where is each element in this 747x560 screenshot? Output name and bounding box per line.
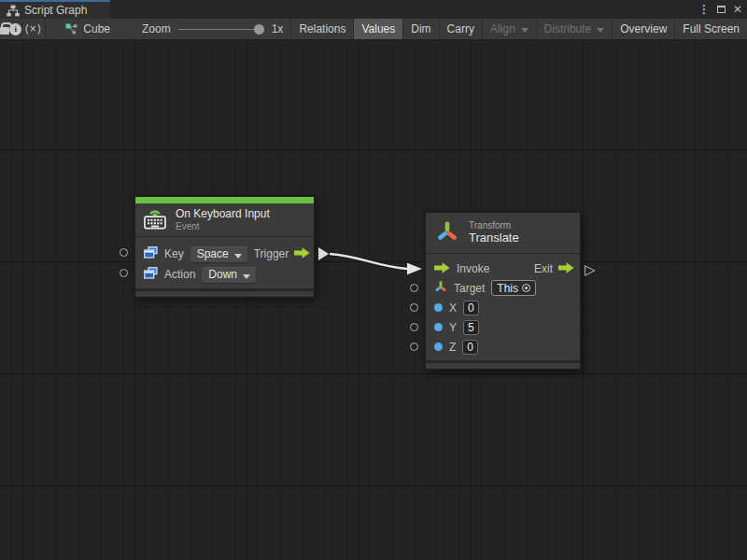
carry-button[interactable]: Carry (439, 19, 482, 39)
x-external-port[interactable] (410, 303, 418, 312)
flow-arrow-icon[interactable] (434, 260, 450, 277)
action-node-footer (426, 360, 580, 369)
zoom-label: Zoom (142, 22, 171, 35)
literal-value-icon (144, 245, 158, 262)
tab-script-graph[interactable]: Script Graph (0, 0, 110, 19)
target-port-label: Target (454, 282, 485, 295)
distribute-button[interactable]: Distribute (536, 19, 613, 39)
zoom-slider[interactable] (178, 19, 264, 40)
self-target-icon (522, 284, 530, 292)
event-node-subtitle: Event (176, 221, 270, 232)
zoom-slider-track (178, 29, 264, 31)
graph-toolbar: i ⟨×⟩ Cube Zoom 1x (0, 19, 747, 40)
event-node-on-keyboard-input[interactable]: On Keyboard Input Event Key Space (134, 196, 315, 298)
z-port-label: Z (449, 341, 456, 354)
y-external-port[interactable] (410, 323, 418, 331)
connection-wire (0, 40, 747, 560)
overview-button[interactable]: Overview (612, 19, 674, 39)
zoom-slider-knob[interactable] (254, 24, 264, 35)
context-label: Cube (83, 22, 110, 35)
lock-button[interactable] (0, 19, 9, 39)
event-node-body: Key Space Trigger (135, 237, 314, 288)
exit-connection-triangle[interactable]: ▷ (585, 262, 596, 276)
value-port-icon[interactable] (434, 343, 443, 351)
action-port-row: Action Down (135, 264, 314, 285)
align-button[interactable]: Align (482, 19, 536, 39)
lock-icon (0, 27, 9, 35)
target-value-chip[interactable]: This (491, 280, 536, 296)
exit-output-label: Exit (534, 262, 553, 275)
maximize-icon[interactable] (713, 0, 728, 19)
invoke-row: Invoke Exit (426, 259, 580, 278)
close-icon[interactable]: ✕ (730, 0, 745, 19)
y-input-row: Y 5 (426, 317, 580, 337)
script-graph-window: Script Graph ⋮ ✕ i ⟨×⟩ Cube (0, 0, 747, 560)
action-external-port[interactable] (120, 269, 128, 277)
toolbar-buttons: Relations Values Dim Carry Align Distrib… (290, 19, 747, 39)
keyboard-icon (143, 207, 167, 233)
z-input-row: Z 0 (426, 337, 580, 357)
code-preview-icon: ⟨×⟩ (24, 22, 42, 35)
target-external-port[interactable] (410, 284, 418, 292)
z-value-field[interactable]: 0 (462, 340, 478, 355)
fullscreen-button[interactable]: Full Screen (674, 19, 747, 39)
trigger-output-label: Trigger (254, 247, 289, 260)
trigger-connection-triangle[interactable] (318, 247, 329, 260)
key-port-label: Key (164, 247, 184, 260)
flow-arrow-icon[interactable] (294, 245, 310, 262)
x-input-row: X 0 (426, 298, 580, 317)
y-value-field[interactable]: 5 (463, 320, 479, 335)
graph-icon (7, 5, 20, 17)
relations-button[interactable]: Relations (290, 19, 353, 39)
z-external-port[interactable] (410, 343, 418, 351)
tab-bar: Script Graph ⋮ ✕ (0, 0, 747, 19)
key-dropdown[interactable]: Space (190, 246, 247, 262)
flow-arrow-icon[interactable] (558, 260, 574, 277)
event-accent-bar (135, 197, 314, 203)
dim-button[interactable]: Dim (402, 19, 438, 39)
tab-label: Script Graph (24, 4, 87, 17)
action-port-label: Action (164, 268, 195, 281)
values-button[interactable]: Values (353, 19, 402, 39)
invoke-input-label: Invoke (457, 262, 489, 275)
action-node-header: Transform Translate (426, 213, 580, 254)
zoom-value: 1x (272, 22, 284, 35)
key-port-row: Key Space Trigger (135, 244, 314, 264)
action-node-title: Translate (469, 231, 519, 245)
graph-node-icon (65, 23, 78, 35)
y-port-label: Y (449, 321, 457, 334)
action-dropdown[interactable]: Down (202, 267, 256, 283)
transform-mini-icon (434, 280, 447, 297)
value-port-icon[interactable] (434, 323, 443, 331)
x-port-label: X (449, 301, 457, 315)
value-port-icon[interactable] (434, 303, 443, 312)
event-node-header: On Keyboard Input Event (135, 203, 314, 237)
event-node-title: On Keyboard Input (176, 208, 270, 221)
chevron-down-icon (597, 28, 604, 33)
chevron-down-icon (521, 28, 529, 33)
zoom-control: Zoom 1x (142, 19, 290, 39)
key-external-port[interactable] (120, 248, 128, 257)
window-menu-icon[interactable]: ⋮ (697, 0, 712, 19)
transform-icon (435, 219, 459, 247)
event-node-footer (135, 288, 314, 297)
graph-canvas[interactable]: On Keyboard Input Event Key Space (0, 40, 747, 560)
x-value-field[interactable]: 0 (463, 301, 479, 315)
code-preview-button[interactable]: ⟨×⟩ (22, 19, 45, 39)
literal-value-icon (144, 266, 158, 283)
target-row: Target This (426, 278, 580, 298)
graph-context-breadcrumb[interactable]: Cube (60, 19, 116, 39)
action-node-body: Invoke Exit (426, 254, 580, 360)
action-node-translate[interactable]: Transform Translate Invoke Exit (425, 212, 581, 370)
